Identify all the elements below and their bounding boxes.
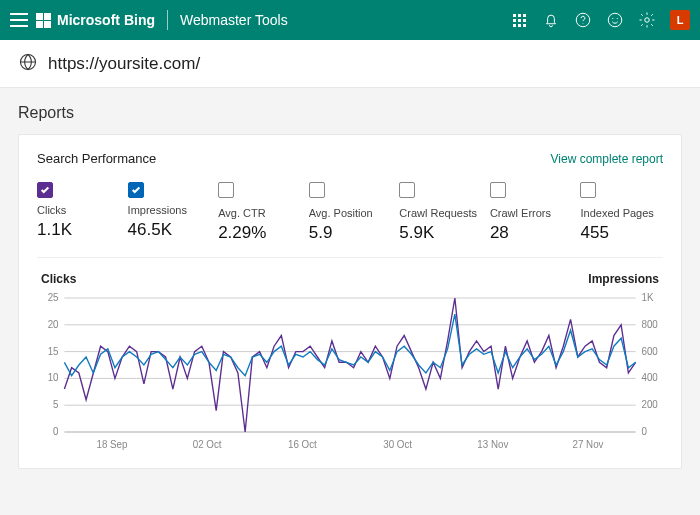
header-right: L — [510, 10, 690, 30]
svg-text:5: 5 — [53, 399, 59, 410]
metric-checkbox[interactable] — [490, 182, 506, 198]
chart-right-title: Impressions — [588, 272, 659, 286]
metric-label: Clicks — [37, 204, 120, 216]
metric-label: Crawl Requests — [399, 207, 482, 219]
chart-area: Clicks Impressions 051015202502004006008… — [37, 272, 663, 452]
svg-point-3 — [612, 18, 613, 19]
metric-label: Indexed Pages — [580, 207, 663, 219]
metric-label: Crawl Errors — [490, 207, 573, 219]
user-avatar[interactable]: L — [670, 10, 690, 30]
feedback-icon[interactable] — [606, 11, 624, 29]
header-left: Microsoft Bing Webmaster Tools — [10, 10, 288, 30]
metric-value: 2.29% — [218, 223, 301, 243]
metric-impressions[interactable]: Impressions46.5K — [128, 182, 211, 243]
svg-point-4 — [617, 18, 618, 19]
view-complete-report-link[interactable]: View complete report — [551, 152, 664, 166]
chart-left-title: Clicks — [41, 272, 76, 286]
metric-checkbox[interactable] — [37, 182, 53, 198]
metrics-row: Clicks1.1KImpressions46.5KAvg. CTR2.29%A… — [37, 182, 663, 258]
svg-point-2 — [608, 13, 622, 27]
apps-icon[interactable] — [510, 11, 528, 29]
svg-text:1K: 1K — [641, 292, 653, 303]
chart-series-clicks — [64, 298, 635, 432]
svg-text:20: 20 — [48, 319, 59, 330]
notifications-icon[interactable] — [542, 11, 560, 29]
metric-value: 28 — [490, 223, 573, 243]
metric-value: 5.9K — [399, 223, 482, 243]
svg-text:13 Nov: 13 Nov — [477, 439, 508, 450]
metric-label: Impressions — [128, 204, 211, 216]
page-title: Reports — [18, 104, 682, 122]
metric-value: 455 — [580, 223, 663, 243]
product-name: Webmaster Tools — [180, 12, 288, 28]
search-performance-card: Search Performance View complete report … — [18, 134, 682, 469]
metric-value: 46.5K — [128, 220, 211, 240]
app-header: Microsoft Bing Webmaster Tools L — [0, 0, 700, 40]
svg-text:200: 200 — [641, 399, 658, 410]
brand-text-a: Microsoft Bing — [57, 12, 155, 28]
metric-value: 5.9 — [309, 223, 392, 243]
svg-point-1 — [583, 23, 584, 24]
site-bar: https://yoursite.com/ — [0, 40, 700, 88]
microsoft-logo-icon — [36, 13, 51, 28]
site-url[interactable]: https://yoursite.com/ — [48, 54, 200, 74]
svg-text:15: 15 — [48, 346, 59, 357]
performance-chart: 051015202502004006008001K18 Sep02 Oct16 … — [37, 292, 663, 452]
svg-text:16 Oct: 16 Oct — [288, 439, 317, 450]
header-divider — [167, 10, 168, 30]
metric-avg-position[interactable]: Avg. Position5.9 — [309, 182, 392, 243]
metric-clicks[interactable]: Clicks1.1K — [37, 182, 120, 243]
metric-avg-ctr[interactable]: Avg. CTR2.29% — [218, 182, 301, 243]
svg-text:27 Nov: 27 Nov — [573, 439, 604, 450]
chart-series-impressions — [64, 314, 635, 376]
chart-axis-titles: Clicks Impressions — [37, 272, 663, 286]
svg-text:800: 800 — [641, 319, 658, 330]
page-body: Reports Search Performance View complete… — [0, 88, 700, 485]
svg-text:25: 25 — [48, 292, 59, 303]
metric-checkbox[interactable] — [399, 182, 415, 198]
globe-icon — [18, 52, 38, 75]
metric-value: 1.1K — [37, 220, 120, 240]
menu-icon[interactable] — [10, 13, 28, 27]
card-header: Search Performance View complete report — [37, 151, 663, 166]
svg-text:02 Oct: 02 Oct — [193, 439, 222, 450]
metric-label: Avg. Position — [309, 207, 392, 219]
metric-crawl-requests[interactable]: Crawl Requests5.9K — [399, 182, 482, 243]
svg-text:0: 0 — [53, 426, 59, 437]
metric-checkbox[interactable] — [218, 182, 234, 198]
svg-text:400: 400 — [641, 372, 658, 383]
svg-point-5 — [645, 18, 650, 23]
metric-checkbox[interactable] — [128, 182, 144, 198]
svg-text:600: 600 — [641, 346, 658, 357]
metric-checkbox[interactable] — [580, 182, 596, 198]
settings-icon[interactable] — [638, 11, 656, 29]
metric-crawl-errors[interactable]: Crawl Errors28 — [490, 182, 573, 243]
card-title: Search Performance — [37, 151, 156, 166]
svg-text:10: 10 — [48, 372, 59, 383]
svg-text:0: 0 — [641, 426, 647, 437]
metric-indexed-pages[interactable]: Indexed Pages455 — [580, 182, 663, 243]
svg-text:18 Sep: 18 Sep — [97, 439, 128, 450]
svg-text:30 Oct: 30 Oct — [383, 439, 412, 450]
metric-checkbox[interactable] — [309, 182, 325, 198]
metric-label: Avg. CTR — [218, 207, 301, 219]
brand: Microsoft Bing — [36, 12, 155, 28]
help-icon[interactable] — [574, 11, 592, 29]
